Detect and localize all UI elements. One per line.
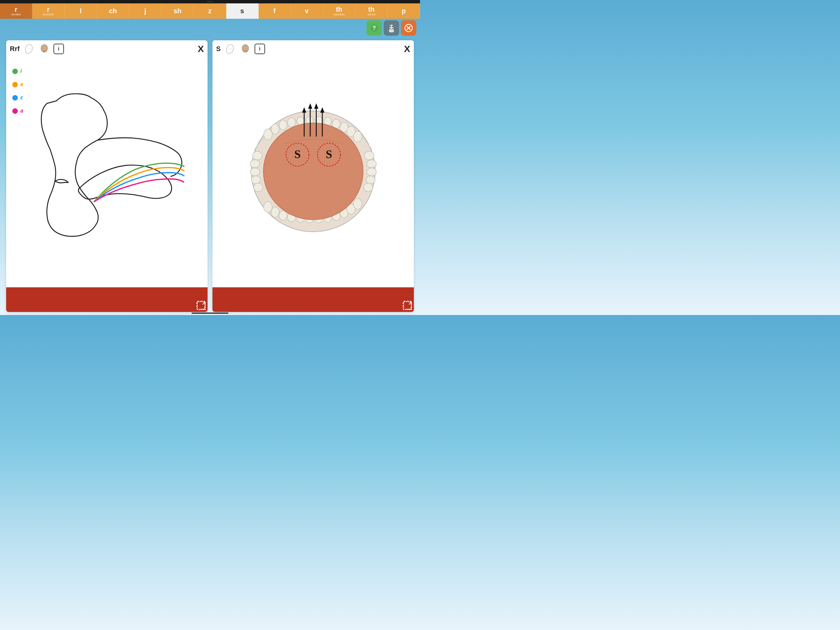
vowel-label-a: a: [20, 108, 24, 114]
svg-marker-61: [320, 108, 324, 113]
top-dots: [208, 1, 213, 2]
tab-r-retroflex[interactable]: rretroflex: [0, 3, 32, 19]
svg-point-32: [364, 151, 374, 160]
svg-marker-59: [314, 103, 318, 109]
vowel-item-e: e: [12, 81, 24, 88]
tab-bar: rretroflexrbunchedlchjshzsfvthvoicelesst…: [0, 3, 420, 19]
vowel-label-epsilon: ε: [20, 95, 23, 101]
right-expand-button[interactable]: [403, 301, 411, 309]
header-btn-quiz[interactable]: ?: [366, 20, 382, 36]
svg-point-5: [392, 26, 393, 27]
svg-point-18: [287, 118, 295, 127]
tab-z[interactable]: z: [194, 3, 226, 19]
header-area: ?: [0, 19, 420, 37]
vowel-dot-epsilon: [12, 95, 18, 101]
tab-j[interactable]: j: [129, 3, 161, 19]
svg-point-36: [364, 183, 373, 192]
svg-point-49: [263, 123, 363, 220]
svg-text:?: ?: [373, 25, 376, 31]
left-panel-content: Rrf i: [6, 40, 208, 287]
svg-point-33: [366, 160, 376, 168]
svg-point-38: [271, 207, 279, 217]
svg-point-4: [390, 26, 391, 27]
vowel-dot-i: [12, 69, 18, 74]
vowel-item-i: i: [12, 68, 24, 74]
tab-s[interactable]: s: [226, 3, 259, 19]
svg-point-48: [353, 198, 362, 209]
svg-point-17: [279, 120, 287, 130]
left-panel-footer: [6, 287, 208, 312]
top-bar: [0, 0, 420, 3]
right-panel: S i X: [212, 40, 414, 312]
svg-marker-55: [302, 108, 306, 113]
header-btn-close[interactable]: [401, 20, 416, 36]
tab-th-voiceless[interactable]: thvoiceless: [323, 3, 355, 19]
svg-point-31: [254, 183, 262, 192]
vowel-item-a: a: [12, 108, 24, 114]
right-panel-footer: [212, 287, 414, 312]
vowel-legend: i e ε a: [12, 68, 24, 114]
home-indicator: [191, 313, 229, 314]
right-panel-content: S i X: [212, 40, 414, 287]
tab-l[interactable]: l: [65, 3, 97, 19]
svg-point-15: [264, 129, 272, 140]
vowel-label-i: i: [20, 68, 22, 74]
svg-text:S: S: [325, 148, 332, 161]
right-panel-header: S i X: [212, 40, 414, 57]
svg-point-30: [251, 176, 260, 184]
right-sagittal-icon[interactable]: [224, 43, 236, 55]
tab-p[interactable]: p: [388, 3, 420, 19]
main-area: Rrf i: [0, 37, 420, 315]
right-close-button[interactable]: X: [404, 44, 410, 54]
left-panel: Rrf i: [6, 40, 208, 312]
tab-r-bunched[interactable]: rbunched: [32, 3, 65, 19]
left-expand-button[interactable]: [196, 301, 205, 309]
svg-point-35: [366, 176, 375, 184]
svg-text:S: S: [294, 148, 301, 161]
right-panel-label: S: [216, 45, 221, 53]
svg-point-34: [366, 168, 376, 176]
svg-point-37: [264, 201, 272, 212]
vowel-dot-a: [12, 108, 18, 114]
sagittal-diagram: i e ε a: [6, 40, 208, 287]
vowel-dot-e: [12, 82, 18, 87]
svg-point-16: [271, 124, 279, 134]
svg-point-39: [279, 211, 287, 220]
right-frontal-icon[interactable]: [239, 43, 251, 55]
svg-point-27: [253, 151, 262, 160]
svg-point-28: [250, 160, 259, 168]
svg-marker-57: [308, 103, 313, 109]
svg-point-29: [250, 168, 259, 176]
tab-th-voiced[interactable]: thvoiced: [355, 3, 388, 19]
palate-diagram: S S: [212, 40, 414, 287]
tab-f[interactable]: f: [259, 3, 291, 19]
vowel-item-epsilon: ε: [12, 95, 24, 101]
svg-point-26: [353, 131, 362, 142]
tab-v[interactable]: v: [291, 3, 323, 19]
tab-ch[interactable]: ch: [97, 3, 129, 19]
svg-rect-3: [389, 29, 394, 32]
right-info-button[interactable]: i: [254, 44, 265, 54]
vowel-label-e: e: [20, 81, 24, 88]
header-btn-character[interactable]: [384, 20, 399, 36]
tab-sh[interactable]: sh: [161, 3, 194, 19]
